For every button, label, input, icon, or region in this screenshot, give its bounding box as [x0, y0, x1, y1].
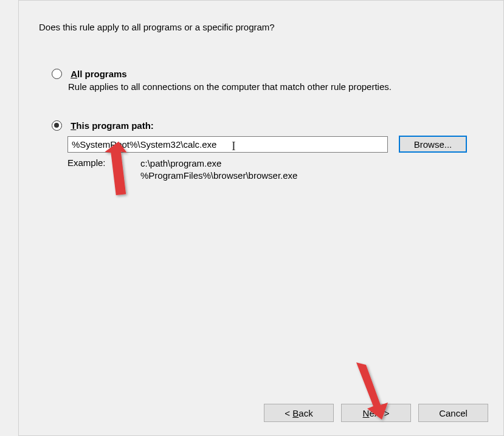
all-programs-desc: Rule applies to all connections on the c…: [68, 81, 392, 92]
radio-this-program[interactable]: [52, 120, 62, 131]
cancel-button[interactable]: Cancel: [418, 404, 488, 422]
example-row: Example: c:\path\program.exe %ProgramFil…: [67, 157, 297, 182]
prompt-text: Does this rule apply to all programs or …: [39, 22, 275, 32]
example-line2: %ProgramFiles%\browser\browser.exe: [140, 170, 297, 182]
example-line1: c:\path\program.exe: [140, 157, 297, 170]
radio-all-label: All programs: [71, 69, 127, 79]
example-label: Example:: [67, 157, 140, 182]
program-path-input[interactable]: [67, 136, 388, 153]
back-button[interactable]: < Back: [264, 404, 334, 422]
program-path-row: Browse...: [67, 136, 467, 153]
option-all-programs[interactable]: All programs Rule applies to all connect…: [52, 67, 392, 92]
radio-all-programs[interactable]: [52, 69, 62, 79]
next-button[interactable]: Next >: [341, 404, 411, 422]
firewall-rule-program-dialog: Does this rule apply to all programs or …: [18, 0, 504, 436]
footer-buttons: < Back Next > Cancel: [264, 404, 488, 422]
radio-this-label: This program path:: [71, 120, 154, 131]
example-paths: c:\path\program.exe %ProgramFiles%\brows…: [140, 157, 297, 182]
browse-button[interactable]: Browse...: [399, 136, 467, 153]
option-this-program[interactable]: This program path:: [52, 119, 154, 131]
